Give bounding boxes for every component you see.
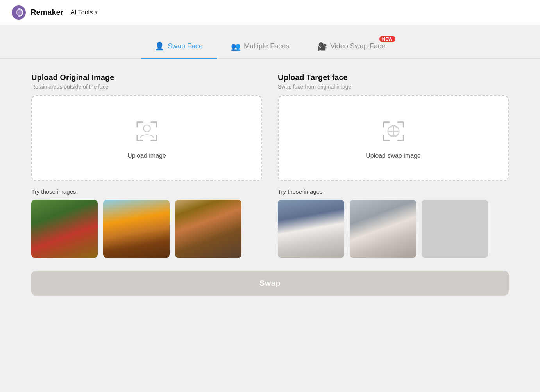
original-sample-images	[31, 200, 262, 258]
navbar: Remaker AI Tools ▾	[0, 0, 540, 25]
upload-original-label: Upload image	[127, 152, 166, 159]
sample-img-woman-asian[interactable]	[422, 200, 488, 258]
sample-img-woman-sunset[interactable]	[103, 200, 170, 258]
remaker-logo-icon	[11, 5, 27, 20]
face-scan-icon	[133, 117, 161, 147]
sample-img-woman-jungle[interactable]	[31, 200, 98, 258]
sample-img-man-curly[interactable]	[278, 200, 344, 258]
upload-original-title: Upload Original Image	[31, 73, 262, 82]
logo[interactable]: Remaker	[11, 5, 64, 20]
tab-multiple-faces[interactable]: 👥 Multiple Faces	[217, 37, 303, 58]
tab-swap-face-label: Swap Face	[168, 42, 203, 50]
upload-target-title: Upload Target face	[278, 73, 509, 82]
svg-point-1	[143, 125, 150, 132]
target-face-icon	[379, 117, 408, 147]
target-sample-label: Try those images	[278, 188, 509, 195]
upload-original-dropzone[interactable]: Upload image	[31, 95, 262, 181]
tab-video-swap-face[interactable]: 🎥 Video Swap Face NEW	[303, 37, 399, 58]
swap-button-wrap: Swap	[31, 271, 509, 296]
sample-img-cowboy[interactable]	[175, 200, 241, 258]
new-badge: NEW	[379, 36, 395, 42]
ai-tools-label: AI Tools	[71, 9, 93, 16]
target-sample-images	[278, 200, 509, 258]
main-content: Upload Original Image Retain areas outsi…	[0, 59, 540, 310]
original-sample-label: Try those images	[31, 188, 262, 195]
upload-original-col: Upload Original Image Retain areas outsi…	[31, 73, 262, 258]
video-icon: 🎥	[317, 42, 327, 51]
sample-img-woman-pale[interactable]	[350, 200, 416, 258]
upload-original-subtitle: Retain areas outside of the face	[31, 84, 262, 90]
upload-target-col: Upload Target face Swap face from origin…	[278, 73, 509, 258]
original-sample-section: Try those images	[31, 188, 262, 258]
tab-video-swap-face-label: Video Swap Face	[330, 42, 385, 50]
tabs-bar: 👤 Swap Face 👥 Multiple Faces 🎥 Video Swa…	[0, 25, 540, 59]
person-icon: 👤	[155, 41, 165, 51]
upload-target-label: Upload swap image	[366, 152, 421, 159]
tab-multiple-faces-label: Multiple Faces	[244, 42, 289, 50]
tab-swap-face[interactable]: 👤 Swap Face	[141, 37, 217, 59]
upload-target-dropzone[interactable]: Upload swap image	[278, 95, 509, 181]
swap-button[interactable]: Swap	[31, 271, 509, 296]
chevron-down-icon: ▾	[95, 9, 98, 15]
ai-tools-menu[interactable]: AI Tools ▾	[71, 9, 98, 16]
people-icon: 👥	[231, 42, 241, 51]
upload-target-subtitle: Swap face from original image	[278, 84, 509, 90]
target-sample-section: Try those images	[278, 188, 509, 258]
upload-row: Upload Original Image Retain areas outsi…	[31, 73, 509, 258]
logo-text: Remaker	[30, 8, 64, 17]
